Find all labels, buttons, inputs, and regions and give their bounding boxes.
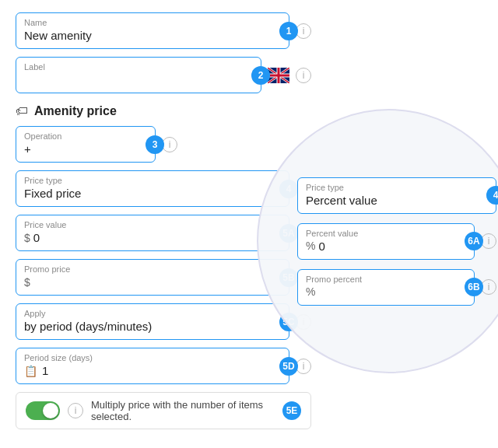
overlay-promo-percent-info-icon[interactable]: i xyxy=(481,279,496,295)
overlay-promo-percent-wrapper: % xyxy=(306,285,451,299)
amenity-price-section: 🏷 Amenity price xyxy=(16,104,311,118)
overlay-percent-value-amount: 0 xyxy=(318,240,324,253)
apply-field-row: Apply by period (days/minutes) 5C i xyxy=(16,303,311,340)
label-value xyxy=(24,73,237,86)
operation-field[interactable]: Operation + 3 xyxy=(16,126,156,163)
label-field[interactable]: Label 2 xyxy=(16,57,261,93)
period-size-field-row: Period size (days) 📋 1 5D i xyxy=(16,348,311,384)
apply-field[interactable]: Apply by period (days/minutes) 5C xyxy=(16,303,289,340)
period-size-field[interactable]: Period size (days) 📋 1 5D xyxy=(16,348,289,384)
multiply-toggle[interactable] xyxy=(26,401,60,420)
promo-price-label: Promo price xyxy=(24,264,265,274)
price-value-field[interactable]: Price value $ 0 5A xyxy=(16,215,289,251)
overlay-price-type-label: Price type xyxy=(306,183,472,192)
overlay-promo-percent-amount xyxy=(318,285,321,299)
multiply-toggle-row: i Multiply price with the number of item… xyxy=(16,392,311,429)
price-value-amount: 0 xyxy=(33,231,40,244)
price-value-wrapper: $ 0 xyxy=(24,231,265,244)
overlay-promo-percent-row: Promo percent % 6B i xyxy=(297,269,496,306)
price-value-prefix: $ xyxy=(24,232,30,244)
name-field-row: Name New amenity 1 i xyxy=(16,12,311,49)
period-size-label: Period size (days) xyxy=(24,353,265,362)
multiply-info-icon[interactable]: i xyxy=(68,403,83,418)
amenity-price-title: Amenity price xyxy=(34,104,117,118)
price-type-field[interactable]: Price type Fixed price 4 xyxy=(16,170,289,207)
overlay-price-type-value: Percent value xyxy=(306,194,472,207)
name-field[interactable]: Name New amenity 1 xyxy=(16,12,289,49)
overlay-percent-value-wrapper: % 0 xyxy=(306,240,451,253)
price-tag-icon: 🏷 xyxy=(16,104,28,118)
period-size-value: 1 xyxy=(42,364,48,377)
name-info-icon[interactable]: i xyxy=(296,23,311,39)
promo-price-prefix: $ xyxy=(24,276,30,289)
promo-price-amount xyxy=(33,275,37,289)
calendar-icon: 📋 xyxy=(24,365,37,377)
overlay-promo-percent-field[interactable]: Promo percent % 6B xyxy=(297,269,475,306)
overlay-price-type-badge: 4 xyxy=(486,186,498,205)
label-field-row: Label 2 i xyxy=(16,57,311,93)
multiply-text: Multiply price with the number of items … xyxy=(91,399,275,422)
apply-value: by period (days/minutes) xyxy=(24,320,265,333)
promo-price-field[interactable]: Promo price $ 5B xyxy=(16,259,289,296)
apply-label: Apply xyxy=(24,309,265,318)
overlay-percent-value-row: Percent value % 0 6A i xyxy=(297,223,496,260)
overlay-promo-percent-badge: 6B xyxy=(465,278,483,296)
period-size-info-icon[interactable]: i xyxy=(296,359,311,374)
price-type-label: Price type xyxy=(24,176,265,185)
overlay-price-type-field[interactable]: Price type Percent value 4 xyxy=(297,177,496,214)
name-value: New amenity xyxy=(24,29,265,42)
operation-info-icon[interactable]: i xyxy=(162,137,177,152)
label-badge: 2 xyxy=(251,66,270,85)
period-size-badge: 5D xyxy=(279,357,298,376)
promo-price-wrapper: $ xyxy=(24,275,265,289)
label-info-icon[interactable]: i xyxy=(296,68,311,83)
operation-badge: 3 xyxy=(146,135,164,154)
overlay-promo-percent-prefix: % xyxy=(306,285,315,298)
overlay-percent-value-label: Percent value xyxy=(306,229,451,238)
price-type-value: Fixed price xyxy=(24,187,265,200)
operation-field-row: Operation + 3 i xyxy=(16,126,311,163)
price-value-label: Price value xyxy=(24,220,265,229)
label-label: Label xyxy=(24,62,237,72)
overlay-percent-value-info-icon[interactable]: i xyxy=(481,233,496,249)
name-badge: 1 xyxy=(279,22,298,40)
overlay-percent-value-field[interactable]: Percent value % 0 6A xyxy=(297,223,475,260)
overlay-percent-value-badge: 6A xyxy=(465,232,483,250)
multiply-badge: 5E xyxy=(282,401,301,420)
operation-value: + xyxy=(24,142,132,156)
overlay-promo-percent-label: Promo percent xyxy=(306,275,451,284)
uk-flag-icon xyxy=(268,68,289,83)
period-size-wrapper: 📋 1 xyxy=(24,364,265,377)
operation-label: Operation xyxy=(24,131,132,141)
overlay-percent-value-prefix: % xyxy=(306,240,315,252)
overlay-price-type-row: Price type Percent value 4 xyxy=(297,177,496,214)
toggle-knob xyxy=(43,403,58,418)
name-label: Name xyxy=(24,18,265,27)
